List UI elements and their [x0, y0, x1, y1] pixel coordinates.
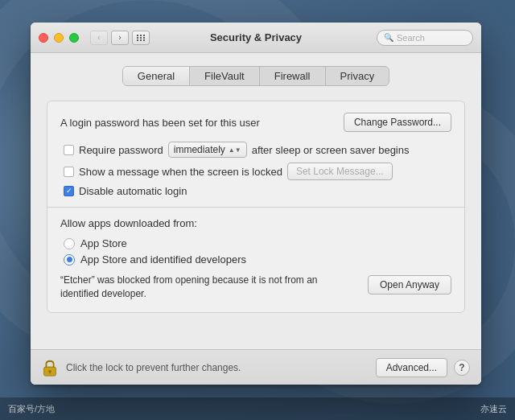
maximize-button[interactable] [69, 33, 79, 43]
after-sleep-text: after sleep or screen saver begins [252, 144, 410, 156]
blocked-app-text: “Etcher” was blocked from opening becaus… [60, 274, 358, 301]
tab-privacy[interactable]: Privacy [326, 67, 389, 85]
search-bar[interactable]: 🔍 Search [377, 30, 473, 46]
bottom-brand-bar: 百家号/方地 亦速云 [0, 397, 515, 420]
tab-filevault[interactable]: FileVault [190, 67, 260, 85]
disable-auto-login-row: Disable automatic login [60, 185, 451, 197]
require-password-checkbox[interactable] [64, 145, 74, 155]
grid-button[interactable] [132, 31, 150, 45]
bottom-bar: Click the lock to prevent further change… [31, 349, 481, 385]
close-button[interactable] [39, 33, 48, 43]
require-password-row: Require password immediately ▲▼ after sl… [60, 142, 451, 158]
require-password-label: Require password [79, 144, 163, 156]
app-store-identified-radio-row: App Store and identified developers [60, 253, 451, 266]
help-button[interactable]: ? [454, 360, 470, 376]
nav-buttons: ‹ › [90, 31, 129, 45]
advanced-button[interactable]: Advanced... [376, 358, 447, 377]
app-store-identified-radio[interactable] [64, 254, 75, 266]
app-store-radio[interactable] [64, 238, 75, 249]
disable-auto-login-checkbox[interactable] [64, 186, 74, 196]
blocked-app-warning-row: “Etcher” was blocked from opening becaus… [60, 274, 451, 301]
lock-icon [42, 359, 58, 377]
tab-firewall[interactable]: Firewall [260, 67, 326, 85]
grid-icon [137, 35, 146, 41]
change-password-button[interactable]: Change Password... [344, 113, 451, 132]
show-message-label: Show a message when the screen is locked [79, 166, 282, 178]
svg-rect-2 [49, 371, 51, 373]
tab-general[interactable]: General [123, 67, 190, 85]
app-store-radio-row: App Store [60, 237, 451, 249]
show-message-checkbox[interactable] [64, 167, 74, 177]
app-store-identified-label: App Store and identified developers [80, 253, 246, 266]
brand-logo: 亦速云 [480, 403, 507, 415]
window-title: Security & Privacy [210, 31, 302, 43]
set-lock-message-button[interactable]: Set Lock Message... [287, 163, 393, 180]
login-section: A login password has been set for this u… [47, 101, 465, 313]
show-message-row: Show a message when the screen is locked… [60, 163, 451, 180]
traffic-lights [39, 33, 79, 43]
tab-bar: General FileVault Firewall Privacy [122, 66, 389, 86]
titlebar: ‹ › Security & Privacy 🔍 Search [31, 23, 481, 53]
brand-right-text: 亦速云 [480, 403, 507, 415]
open-anyway-button[interactable]: Open Anyway [368, 275, 451, 294]
immediately-dropdown[interactable]: immediately ▲▼ [168, 142, 247, 158]
minimize-button[interactable] [54, 33, 64, 43]
brand-left-text: 百家号/方地 [8, 403, 55, 415]
immediately-value: immediately [174, 144, 225, 155]
section-divider [47, 207, 464, 208]
login-password-text: A login password has been set for this u… [60, 117, 336, 129]
window-content: General FileVault Firewall Privacy A log… [31, 53, 481, 337]
disable-auto-login-label: Disable automatic login [79, 185, 187, 197]
forward-button[interactable]: › [111, 31, 129, 45]
lock-text: Click the lock to prevent further change… [66, 362, 376, 373]
login-password-row: A login password has been set for this u… [60, 113, 451, 132]
search-icon: 🔍 [384, 33, 393, 42]
app-store-label: App Store [80, 237, 127, 249]
back-button[interactable]: ‹ [90, 31, 108, 45]
security-privacy-window: ‹ › Security & Privacy 🔍 Search General … [31, 23, 481, 385]
dropdown-arrow-icon: ▲▼ [229, 146, 241, 154]
search-placeholder: Search [397, 33, 425, 43]
allow-apps-label: Allow apps downloaded from: [60, 217, 451, 229]
